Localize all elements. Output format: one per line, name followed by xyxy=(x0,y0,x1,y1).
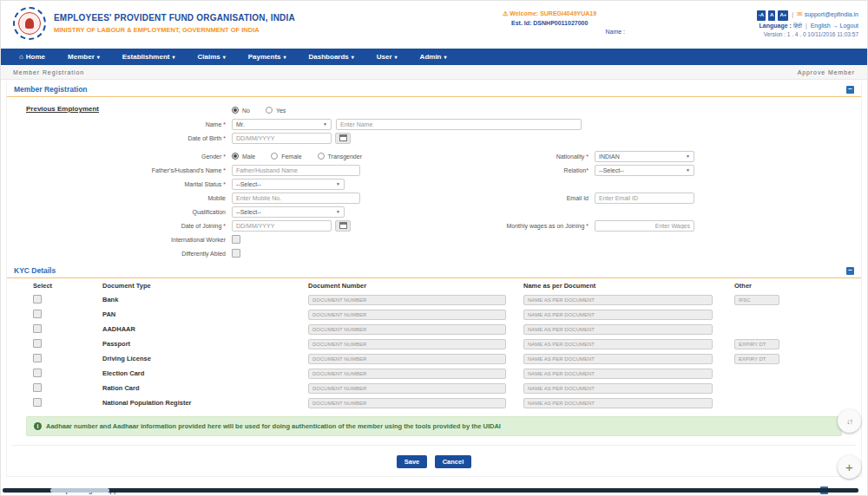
kyc-bank-checkbox[interactable] xyxy=(33,295,42,303)
prev-employment-no-radio[interactable]: No xyxy=(232,107,250,114)
kyc-passport-document-number-input[interactable] xyxy=(308,339,506,349)
logout-icon: → xyxy=(832,23,838,29)
app-header: EMPLOYEES' PROVIDENT FUND ORGANISATION, … xyxy=(1,1,867,49)
kyc-election-card-checkbox[interactable] xyxy=(33,369,42,377)
radio-icon xyxy=(271,153,278,160)
father-husband-name-input[interactable] xyxy=(232,165,360,176)
chevron-down-icon: ▾ xyxy=(284,54,286,60)
salutation-select[interactable]: Mr. ▼ xyxy=(232,119,332,130)
monthly-wages-input[interactable] xyxy=(595,220,694,232)
nationality-select[interactable]: INDIAN ▼ xyxy=(595,151,694,162)
nav-item-claims[interactable]: Claims ▾ xyxy=(186,49,236,65)
kyc-col-other: Other xyxy=(734,282,861,290)
kyc-pan-checkbox[interactable] xyxy=(33,310,42,318)
differently-abled-checkbox[interactable] xyxy=(232,249,240,258)
nav-item-dashboards[interactable]: Dashboards ▾ xyxy=(298,49,365,65)
nav-item-establishment[interactable]: Establishment ▾ xyxy=(111,49,187,65)
gender-label: Gender xyxy=(201,153,221,160)
prev-employment-yes-radio[interactable]: Yes xyxy=(266,107,286,114)
scrollbar-thumb[interactable] xyxy=(50,488,109,493)
kyc-bank-name-input[interactable] xyxy=(523,295,713,305)
cancel-button[interactable]: Cancel xyxy=(435,455,472,468)
form-actions: Save Cancel xyxy=(12,445,856,476)
kyc-col-select: Select xyxy=(33,282,102,290)
gender-female-radio[interactable]: Female xyxy=(271,153,301,160)
kyc-election-card-document-number-input[interactable] xyxy=(308,369,506,379)
kyc-driving-license-checkbox[interactable] xyxy=(33,354,42,362)
marital-status-select[interactable]: --Select-- ▼ xyxy=(232,179,345,190)
kyc-election-card-name-input[interactable] xyxy=(523,369,713,379)
kyc-row-bank: Bank xyxy=(7,292,861,307)
est-id-label: Est. Id: xyxy=(511,20,531,26)
nav-item-payments[interactable]: Payments ▾ xyxy=(237,49,298,65)
email-input[interactable] xyxy=(595,193,694,204)
chevron-down-icon: ▾ xyxy=(172,54,174,60)
kyc-aadhaar-checkbox[interactable] xyxy=(33,324,42,333)
language-english-link[interactable]: English xyxy=(811,23,831,29)
mobile-input[interactable] xyxy=(232,193,360,204)
logout-link[interactable]: Logout xyxy=(840,23,858,29)
kyc-ration-card-document-number-input[interactable] xyxy=(308,383,506,394)
kyc-driving-license-document-number-input[interactable] xyxy=(308,354,506,364)
nav-item-user[interactable]: User ▾ xyxy=(365,49,409,65)
save-button[interactable]: Save xyxy=(397,455,428,468)
kyc-npr-checkbox[interactable] xyxy=(33,398,42,407)
doj-label: Date of Joining xyxy=(181,223,222,229)
kyc-passport-expiry-input[interactable] xyxy=(734,339,779,349)
doj-input[interactable] xyxy=(232,220,332,232)
kyc-pan-name-input[interactable] xyxy=(523,310,713,320)
gender-transgender-radio[interactable]: Transgender xyxy=(318,153,362,160)
support-email-link[interactable]: support@epfindia.in xyxy=(805,11,858,17)
kyc-row-pan: PAN xyxy=(7,307,861,322)
language-hindi-link[interactable]: हिंदी xyxy=(793,23,802,29)
horizontal-scrollbar[interactable] xyxy=(3,488,858,493)
qualification-select[interactable]: --Select-- ▼ xyxy=(232,206,345,218)
kyc-aadhaar-name-input[interactable] xyxy=(523,324,713,335)
wages-label: Monthly wages as on Joining xyxy=(506,223,584,229)
panel-header: Member Registration − xyxy=(7,82,861,97)
kyc-passport-checkbox[interactable] xyxy=(33,339,42,348)
kyc-pan-document-number-input[interactable] xyxy=(308,310,506,320)
relation-select[interactable]: --Select-- ▼ xyxy=(595,165,694,176)
kyc-npr-name-input[interactable] xyxy=(523,398,713,408)
kyc-ration-card-checkbox[interactable] xyxy=(33,383,42,392)
doj-calendar-button[interactable] xyxy=(335,220,351,232)
international-worker-checkbox[interactable] xyxy=(232,235,240,244)
select-caret-icon: ▼ xyxy=(686,153,690,159)
collapse-all-fab[interactable]: ↓↑ xyxy=(838,409,861,433)
font-decrease-button[interactable]: -A xyxy=(757,10,766,21)
radio-icon xyxy=(266,107,273,114)
approve-member-label[interactable]: Approve Member xyxy=(798,69,855,75)
dob-calendar-button[interactable] xyxy=(335,133,351,144)
dob-input[interactable] xyxy=(232,133,332,144)
kyc-col-document-number: Document Number xyxy=(308,282,523,290)
nav-item-admin[interactable]: Admin ▾ xyxy=(409,49,458,65)
member-registration-panel: Member Registration − Previous Employmen… xyxy=(6,82,862,477)
date-of-joining-row: Date of Joining * Monthly wages as on Jo… xyxy=(7,219,861,232)
kyc-driving-license-name-input[interactable] xyxy=(523,354,713,364)
kyc-driving-license-expiry-input[interactable] xyxy=(734,354,779,364)
welcome-block: ⚠ Welcome: SUREGI4049YUA19 Est. Id: DSNH… xyxy=(503,10,637,37)
collapse-panel-icon[interactable]: − xyxy=(846,86,854,94)
font-normal-button[interactable]: A xyxy=(768,10,775,21)
marital-label: Marital Status xyxy=(185,181,222,187)
font-increase-button[interactable]: A+ xyxy=(778,10,788,21)
kyc-passport-name-input[interactable] xyxy=(523,339,713,349)
nav-item-home[interactable]: ⌂ Home xyxy=(8,49,56,65)
add-fab[interactable]: + xyxy=(838,455,861,479)
gender-male-radio[interactable]: Male xyxy=(232,153,255,160)
nav-item-member[interactable]: Member ▾ xyxy=(56,49,111,65)
collapse-kyc-icon[interactable]: − xyxy=(846,267,854,275)
kyc-aadhaar-document-number-input[interactable] xyxy=(308,324,506,335)
kyc-npr-document-number-input[interactable] xyxy=(308,398,506,408)
kyc-bank-document-number-input[interactable] xyxy=(308,295,506,305)
radio-icon xyxy=(232,107,239,114)
kyc-row-driving-license: Driving License xyxy=(7,351,861,366)
kyc-bank-ifsc-input[interactable] xyxy=(734,295,779,305)
name-line: Name : xyxy=(503,28,637,37)
name-input[interactable] xyxy=(336,119,582,130)
epfo-logo-inner xyxy=(18,12,41,35)
kyc-col-name: Name as per Document xyxy=(523,282,734,290)
kyc-row-ration-card: Ration Card xyxy=(7,381,861,395)
kyc-ration-card-name-input[interactable] xyxy=(523,383,713,394)
